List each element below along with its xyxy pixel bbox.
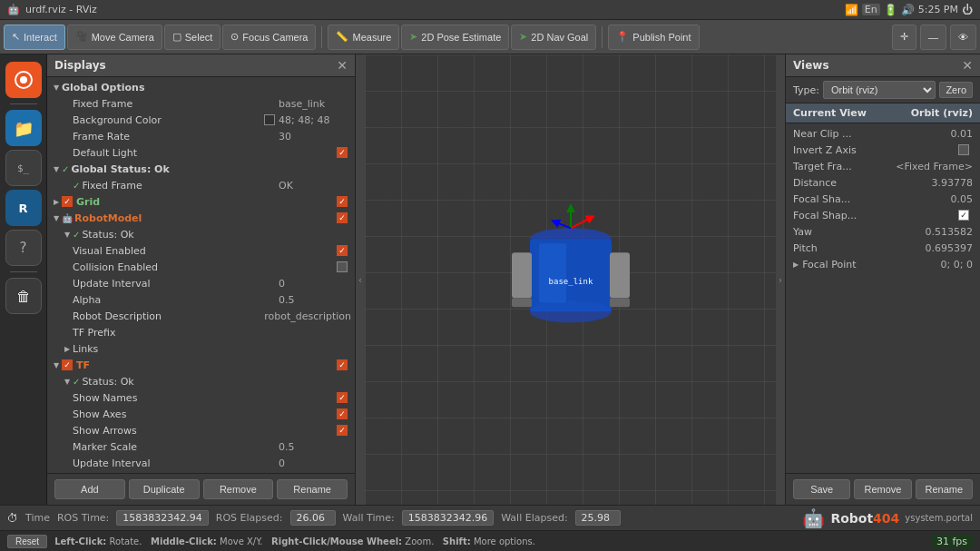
target-frame-row[interactable]: Target Fra... <Fixed Frame>: [786, 158, 980, 174]
grid-row[interactable]: ▶ ✓ Grid ✓: [47, 193, 355, 210]
interact-button[interactable]: ↖ Interact: [4, 25, 65, 50]
show-axes-checkbox[interactable]: ✓: [337, 408, 348, 419]
marker-scale-row[interactable]: Marker Scale 0.5: [47, 438, 355, 455]
focal-shape-enabled-checkbox[interactable]: ✓: [958, 210, 969, 221]
bg-color-row[interactable]: Background Color 48; 48; 48: [47, 112, 355, 128]
duplicate-button[interactable]: Duplicate: [129, 479, 200, 499]
invert-z-checkbox[interactable]: [958, 144, 969, 155]
update-interval-row[interactable]: Update Interval 0: [47, 275, 355, 291]
displays-panel: Displays ✕ ▼ Global Options Fixed Frame …: [47, 54, 356, 505]
invert-z-row[interactable]: Invert Z Axis: [786, 142, 980, 158]
distance-row[interactable]: Distance 3.93778: [786, 174, 980, 191]
right-collapse-arrow: ›: [779, 275, 782, 285]
marker-scale-value: 0.5: [279, 441, 351, 453]
focal-point-row[interactable]: ▶ Focal Point 0; 0; 0: [786, 256, 980, 272]
global-status-row[interactable]: ▼ ✓ Global Status: Ok: [47, 161, 355, 177]
select-button[interactable]: ▢ Select: [164, 25, 221, 50]
near-clip-row[interactable]: Near Clip ... 0.01: [786, 125, 980, 142]
right-collapse-handle[interactable]: ›: [776, 54, 785, 505]
robot-description-label: Robot Description: [73, 310, 264, 322]
alpha-row[interactable]: Alpha 0.5: [47, 291, 355, 308]
tf-update-interval-row[interactable]: Update Interval 0: [47, 455, 355, 471]
tf-status-row[interactable]: ▼ ✓ Status: Ok: [47, 373, 355, 389]
svg-line-12: [571, 216, 593, 228]
viewport-3d[interactable]: base_link: [365, 54, 776, 505]
svg-rect-9: [512, 298, 532, 307]
visual-enabled-row[interactable]: Visual Enabled ✓: [47, 242, 355, 259]
wall-elapsed-label: Wall Elapsed:: [501, 512, 567, 524]
views-close-button[interactable]: ✕: [962, 58, 973, 73]
current-view-type: Orbit (rviz): [911, 107, 973, 119]
nav-goal-button[interactable]: ➤ 2D Nav Goal: [511, 25, 596, 50]
focal-shape-size-label: Focal Sha...: [793, 193, 951, 205]
tf-row[interactable]: ▼ ✓ TF ✓: [47, 357, 355, 373]
fixed-frame-row[interactable]: Fixed Frame base_link: [47, 95, 355, 112]
global-status-fixed-frame-row[interactable]: ✓ Fixed Frame OK: [47, 177, 355, 193]
views-save-button[interactable]: Save: [793, 479, 850, 499]
status-bar: Reset Left-Click: Rotate. Middle-Click: …: [0, 531, 980, 551]
app-terminal[interactable]: $_: [5, 150, 42, 186]
publish-point-button[interactable]: 📍 Publish Point: [608, 25, 699, 50]
rename-button[interactable]: Rename: [277, 479, 348, 499]
app-rviz[interactable]: R: [5, 190, 42, 226]
extra-btn-1[interactable]: ✛: [892, 25, 916, 50]
time-title: Time: [25, 512, 50, 524]
tf-prefix-row[interactable]: TF Prefix: [47, 324, 355, 340]
app-files[interactable]: 📁: [5, 110, 42, 146]
reset-button[interactable]: Reset: [7, 535, 47, 548]
app-help[interactable]: ?: [5, 230, 42, 266]
show-names-checkbox[interactable]: ✓: [337, 392, 348, 403]
global-options-row[interactable]: ▼ Global Options: [47, 79, 355, 95]
robot-description-row[interactable]: Robot Description robot_description: [47, 308, 355, 324]
show-names-row[interactable]: Show Names ✓: [47, 389, 355, 406]
tf-enabled[interactable]: ✓: [337, 359, 348, 370]
extra-btn-3[interactable]: 👁: [950, 25, 976, 50]
extra-btn-2[interactable]: —: [920, 25, 946, 50]
links-row[interactable]: ▶ Links: [47, 340, 355, 357]
rviz-icon: R: [18, 202, 27, 215]
app-icon: 🤖: [7, 4, 20, 15]
visual-enabled-checkbox[interactable]: ✓: [337, 245, 348, 256]
target-frame-value: <Fixed Frame>: [896, 161, 973, 172]
displays-close-button[interactable]: ✕: [337, 58, 348, 73]
remove-button[interactable]: Remove: [203, 479, 274, 499]
robot-status-row[interactable]: ▼ ✓ Status: Ok: [47, 226, 355, 242]
show-arrows-label: Show Arrows: [73, 425, 337, 437]
views-type-select[interactable]: Orbit (rviz): [823, 81, 936, 99]
tf-checkbox[interactable]: ✓: [62, 359, 73, 370]
ubuntu-home-button[interactable]: [5, 62, 42, 98]
measure-button[interactable]: 📏 Measure: [328, 25, 399, 50]
show-axes-row[interactable]: Show Axes ✓: [47, 406, 355, 422]
collision-enabled-row[interactable]: Collision Enabled: [47, 259, 355, 275]
default-light-row[interactable]: Default Light ✓: [47, 144, 355, 161]
move-camera-button[interactable]: 🎥 Move Camera: [67, 25, 162, 50]
views-remove-button[interactable]: Remove: [854, 479, 911, 499]
pitch-row[interactable]: Pitch 0.695397: [786, 240, 980, 256]
grid-checkbox[interactable]: ✓: [62, 196, 73, 207]
add-button[interactable]: Add: [54, 479, 125, 499]
robot-model-icon: 🤖: [62, 213, 73, 223]
focal-shape-size-row[interactable]: Focal Sha... 0.05: [786, 191, 980, 207]
move-camera-icon: 🎥: [75, 31, 88, 43]
displays-tree[interactable]: ▼ Global Options Fixed Frame base_link B…: [47, 77, 355, 473]
show-arrows-row[interactable]: Show Arrows ✓: [47, 422, 355, 438]
robot-model-enabled[interactable]: ✓: [337, 212, 348, 223]
yaw-row[interactable]: Yaw 0.513582: [786, 223, 980, 240]
views-rename-button[interactable]: Rename: [916, 479, 973, 499]
app-trash[interactable]: 🗑: [5, 278, 42, 314]
views-zero-button[interactable]: Zero: [939, 82, 973, 98]
collapse-handle[interactable]: ‹: [356, 54, 365, 505]
show-arrows-checkbox[interactable]: ✓: [337, 425, 348, 436]
grid-label: Grid: [76, 196, 337, 208]
default-light-checkbox[interactable]: ✓: [337, 147, 348, 158]
robot-model-row[interactable]: ▼ 🤖 RobotModel ✓: [47, 210, 355, 226]
pose-estimate-button[interactable]: ➤ 2D Pose Estimate: [401, 25, 509, 50]
focus-camera-button[interactable]: ⊙ Focus Camera: [222, 25, 316, 50]
tf-update-interval-label: Update Interval: [73, 458, 279, 469]
grid-enabled[interactable]: ✓: [337, 196, 348, 207]
collision-enabled-checkbox[interactable]: [337, 261, 348, 272]
tf-arrow: ▼: [51, 359, 62, 370]
frame-rate-row[interactable]: Frame Rate 30: [47, 128, 355, 144]
focal-shape-enabled-row[interactable]: Focal Shap... ✓: [786, 207, 980, 223]
alpha-value: 0.5: [279, 294, 351, 306]
